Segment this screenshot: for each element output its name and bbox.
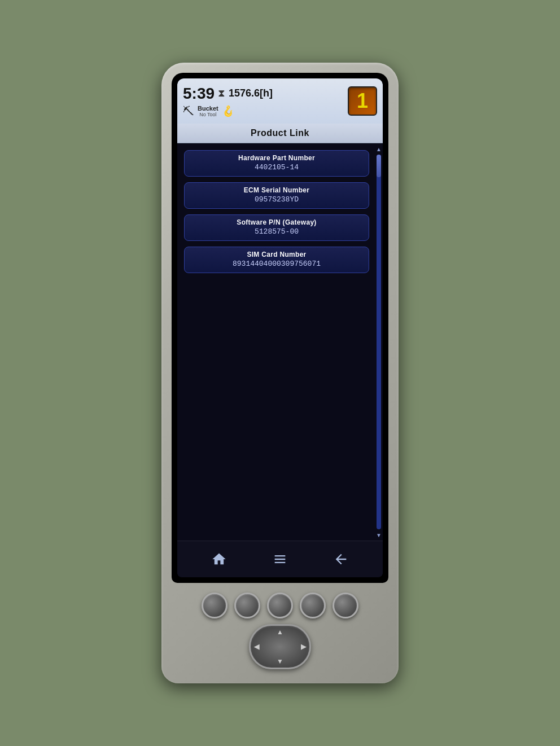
function-button-5[interactable] (333, 593, 358, 618)
scroll-thumb (377, 155, 381, 177)
info-list: Hardware Part Number4402105-14ECM Serial… (177, 143, 375, 541)
tool-row: ⛏ Bucket No Tool 🪝 (183, 105, 234, 118)
dpad-left-arrow: ◀ (254, 643, 259, 651)
dpad-body: ▲ ▼ ◀ ▶ (249, 624, 311, 669)
info-card-label-0: Hardware Part Number (190, 154, 363, 162)
home-icon (211, 551, 227, 567)
info-card: Software P/N (Gateway)5128575-00 (184, 214, 369, 241)
hook-icon: 🪝 (222, 105, 234, 117)
hours-display: 1576.6[h] (229, 87, 273, 99)
info-card: SIM Card Number89314404000309756071 (184, 247, 369, 273)
scroll-up-arrow[interactable]: ▲ (375, 146, 382, 152)
scroll-down-arrow[interactable]: ▼ (375, 532, 382, 538)
dpad-arrows: ▲ ▼ ◀ ▶ (251, 626, 309, 668)
machine-number-badge: 1 (348, 86, 377, 116)
screen-bezel: 5:39 ⧗ 1576.6[h] ⛏ Bucket No Tool 🪝 (172, 73, 388, 583)
info-card-value-0: 4402105-14 (190, 163, 363, 172)
tool-name: Bucket (198, 105, 218, 112)
info-card-label-3: SIM Card Number (190, 251, 363, 258)
physical-controls: ▲ ▼ ◀ ▶ (172, 590, 388, 672)
time-display: 5:39 (183, 85, 215, 103)
scrollbar-track[interactable]: ▲ ▼ (375, 143, 383, 541)
function-button-4[interactable] (300, 593, 326, 618)
bottom-nav (177, 541, 383, 577)
info-card-value-2: 5128575-00 (190, 227, 363, 236)
scroll-thumb-area (377, 155, 381, 529)
tool-sub: No Tool (199, 112, 216, 117)
tool-label: Bucket No Tool (198, 105, 218, 117)
info-card-label-1: ECM Serial Number (190, 186, 363, 194)
dpad-down-arrow: ▼ (277, 657, 283, 665)
back-button[interactable] (329, 547, 353, 572)
dpad-up-arrow: ▲ (277, 628, 283, 636)
page-title-bar: Product Link (177, 124, 383, 143)
time-row: 5:39 ⧗ 1576.6[h] (183, 85, 273, 103)
info-card-value-1: 0957S238YD (190, 195, 363, 204)
back-icon (333, 551, 349, 567)
info-card: Hardware Part Number4402105-14 (184, 150, 369, 177)
home-button[interactable] (207, 547, 231, 572)
info-card-value-3: 89314404000309756071 (190, 260, 363, 268)
menu-button[interactable] (268, 547, 292, 572)
main-content: Hardware Part Number4402105-14ECM Serial… (177, 143, 383, 541)
dpad-right-arrow: ▶ (301, 643, 306, 651)
bucket-icon: ⛏ (183, 105, 194, 118)
function-button-row (202, 593, 358, 618)
info-card-label-2: Software P/N (Gateway) (190, 218, 363, 226)
status-left: 5:39 ⧗ 1576.6[h] ⛏ Bucket No Tool 🪝 (183, 85, 273, 118)
hourglass-icon: ⧗ (218, 87, 225, 99)
function-button-2[interactable] (234, 593, 260, 618)
status-bar: 5:39 ⧗ 1576.6[h] ⛏ Bucket No Tool 🪝 (177, 78, 383, 124)
menu-icon (272, 551, 288, 567)
device: 5:39 ⧗ 1576.6[h] ⛏ Bucket No Tool 🪝 (161, 63, 399, 683)
info-card: ECM Serial Number0957S238YD (184, 182, 369, 209)
function-button-3[interactable] (267, 593, 293, 618)
function-button-1[interactable] (202, 593, 228, 618)
screen-content: 5:39 ⧗ 1576.6[h] ⛏ Bucket No Tool 🪝 (177, 78, 383, 577)
machine-number: 1 (357, 91, 368, 111)
dpad[interactable]: ▲ ▼ ◀ ▶ (249, 624, 311, 669)
page-title: Product Link (251, 128, 309, 138)
